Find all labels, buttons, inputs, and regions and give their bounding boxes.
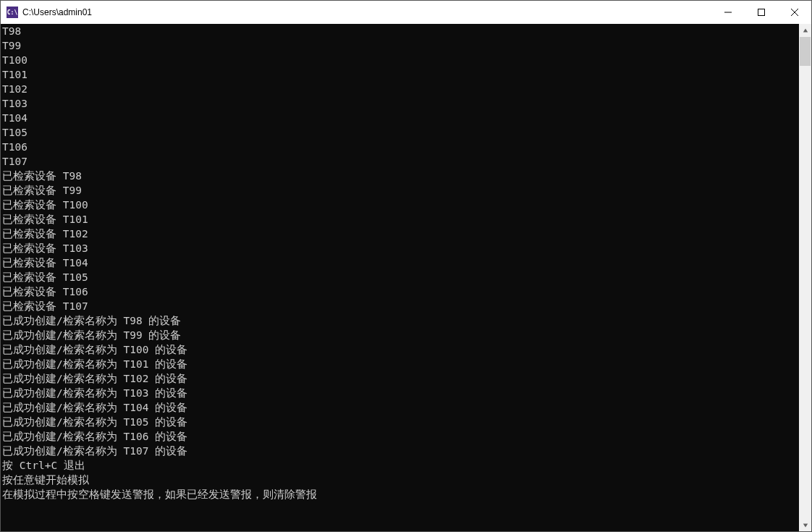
- vertical-scrollbar[interactable]: [799, 24, 811, 531]
- scrollbar-down-button[interactable]: [799, 519, 811, 531]
- console-line: 按 Ctrl+C 退出: [2, 458, 799, 473]
- console-line: 已成功创建/检索名称为 T105 的设备: [2, 415, 799, 429]
- console-line: T101: [2, 67, 799, 82]
- console-line: 已检索设备 T106: [2, 284, 799, 299]
- console-line: 按任意键开始模拟: [2, 473, 799, 487]
- console-line: T98: [2, 24, 799, 38]
- chevron-down-icon: [803, 523, 808, 528]
- titlebar-controls: [711, 1, 811, 24]
- svg-marker-4: [803, 28, 807, 32]
- console-line: 已成功创建/检索名称为 T98 的设备: [2, 313, 799, 328]
- console-line: T103: [2, 96, 799, 111]
- close-button[interactable]: [778, 1, 811, 24]
- app-icon: C:\: [7, 7, 18, 18]
- console-line: 已成功创建/检索名称为 T99 的设备: [2, 328, 799, 342]
- console-window: C:\ C:\Users\admin01 T98T99T100T101T102T…: [0, 0, 812, 532]
- console-line: 已成功创建/检索名称为 T102 的设备: [2, 371, 799, 386]
- scrollbar-up-button[interactable]: [799, 24, 811, 36]
- scrollbar-thumb[interactable]: [800, 37, 811, 66]
- console-line: 已成功创建/检索名称为 T103 的设备: [2, 386, 799, 400]
- console-output[interactable]: T98T99T100T101T102T103T104T105T106T107已检…: [1, 24, 799, 531]
- console-line: 已检索设备 T101: [2, 212, 799, 227]
- console-line: T104: [2, 111, 799, 125]
- console-line: 已成功创建/检索名称为 T107 的设备: [2, 444, 799, 458]
- console-line: 已成功创建/检索名称为 T106 的设备: [2, 429, 799, 444]
- minimize-icon: [724, 9, 732, 16]
- console-line: 已检索设备 T105: [2, 270, 799, 284]
- titlebar: C:\ C:\Users\admin01: [1, 1, 811, 24]
- chevron-up-icon: [803, 28, 808, 33]
- window-title: C:\Users\admin01: [22, 7, 711, 17]
- console-line: 已检索设备 T99: [2, 183, 799, 198]
- console-line: T105: [2, 125, 799, 140]
- console-line: 已检索设备 T100: [2, 198, 799, 212]
- console-line: 已检索设备 T102: [2, 227, 799, 241]
- maximize-button[interactable]: [745, 1, 778, 24]
- console-line: 已检索设备 T98: [2, 169, 799, 183]
- close-icon: [791, 9, 798, 16]
- console-line: T107: [2, 154, 799, 169]
- console-line: 已成功创建/检索名称为 T100 的设备: [2, 342, 799, 357]
- console-line: T106: [2, 140, 799, 154]
- console-line: 已检索设备 T104: [2, 256, 799, 270]
- content-area: T98T99T100T101T102T103T104T105T106T107已检…: [1, 24, 811, 531]
- minimize-button[interactable]: [711, 1, 745, 24]
- console-line: T99: [2, 38, 799, 53]
- maximize-icon: [758, 9, 765, 16]
- console-line: 已检索设备 T107: [2, 299, 799, 313]
- console-line: T100: [2, 53, 799, 67]
- svg-rect-1: [758, 9, 765, 16]
- console-line: T102: [2, 82, 799, 96]
- svg-marker-5: [803, 523, 807, 527]
- console-line: 已成功创建/检索名称为 T101 的设备: [2, 357, 799, 371]
- console-line: 已检索设备 T103: [2, 241, 799, 256]
- console-line: 已成功创建/检索名称为 T104 的设备: [2, 400, 799, 415]
- console-line: 在模拟过程中按空格键发送警报，如果已经发送警报，则清除警报: [2, 487, 799, 502]
